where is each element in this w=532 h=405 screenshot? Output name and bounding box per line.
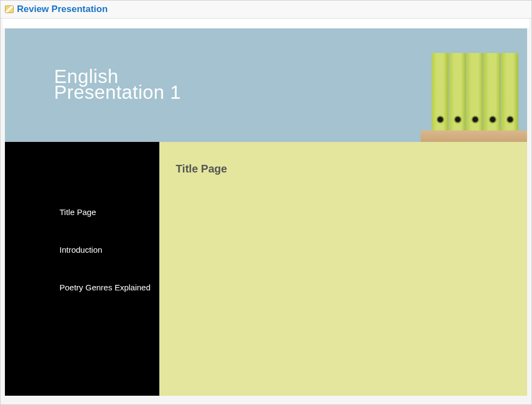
presentation-icon bbox=[5, 5, 14, 13]
sidebar-item-title-page[interactable]: Title Page bbox=[59, 205, 159, 219]
gap bbox=[3, 19, 529, 28]
binder-icon bbox=[501, 53, 518, 132]
sidebar: Title Page Introduction Poetry Genres Ex… bbox=[5, 142, 159, 396]
banner-title-line2: Presentation 1 bbox=[54, 82, 181, 102]
banner: English Presentation 1 bbox=[5, 28, 527, 142]
content-title: Title Page bbox=[176, 163, 511, 175]
sidebar-item-introduction[interactable]: Introduction bbox=[59, 242, 159, 257]
binder-icon bbox=[484, 53, 501, 132]
header-bar: Review Presentation bbox=[1, 1, 531, 19]
content-area: Title Page bbox=[159, 142, 527, 396]
sidebar-item-poetry-genres[interactable]: Poetry Genres Explained bbox=[59, 280, 159, 295]
body-area: Title Page Introduction Poetry Genres Ex… bbox=[5, 142, 527, 396]
presentation-body: English Presentation 1 Title Page Introd… bbox=[5, 28, 527, 396]
binder-illustration bbox=[421, 41, 527, 142]
binder-icon bbox=[467, 53, 483, 132]
binders-group bbox=[432, 53, 518, 132]
banner-title: English Presentation 1 bbox=[54, 67, 181, 102]
binder-icon bbox=[432, 53, 449, 132]
shelf-icon bbox=[421, 130, 527, 142]
app-window: Review Presentation English Presentation… bbox=[0, 0, 532, 405]
binder-icon bbox=[449, 53, 466, 132]
review-presentation-link[interactable]: Review Presentation bbox=[17, 4, 107, 15]
